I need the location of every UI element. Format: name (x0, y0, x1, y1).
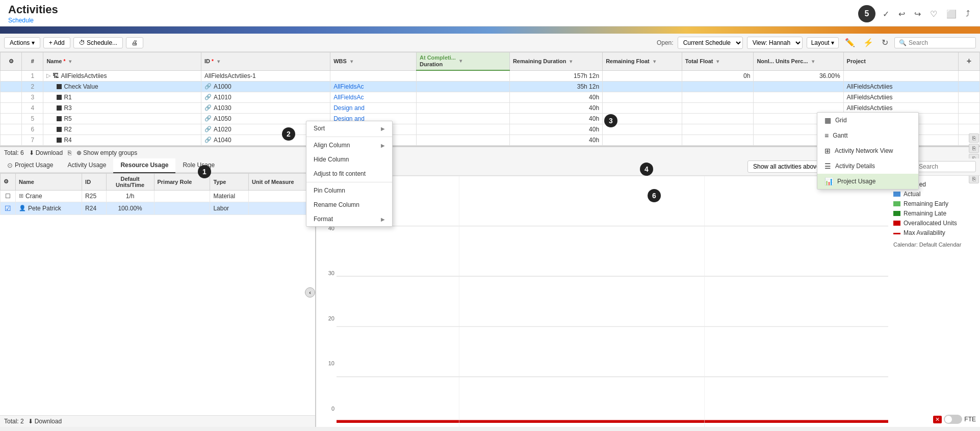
heart-button[interactable]: ♡ (928, 7, 939, 21)
usage-cb-cell[interactable]: ☑ (1, 202, 16, 214)
context-menu-item-sort[interactable]: Sort▶ (306, 121, 392, 136)
view-menu-item-activity-details[interactable]: ☰Activity Details (817, 158, 918, 174)
redo-button[interactable]: ↪ (912, 7, 923, 21)
usage-tab-role-usage[interactable]: Role Usage (175, 158, 222, 173)
pen-tool-icon[interactable]: ✏️ (843, 36, 857, 49)
nonl-sort-icon[interactable]: ▾ (812, 59, 814, 64)
row-id: A1000 (214, 83, 231, 90)
row-link-icon[interactable]: 🔗 (204, 83, 212, 90)
id-sort-icon[interactable]: ▾ (217, 59, 220, 64)
wbs-col-header[interactable]: WBS ▾ (330, 52, 417, 71)
usage-cb-cell[interactable]: ☐ (1, 190, 16, 202)
show-empty-groups-button[interactable]: ⊕ Show empty groups (76, 149, 137, 156)
nonl-units-col-header[interactable]: Nonl... Units Perc... ▾ (754, 52, 843, 71)
step-circle-button[interactable]: 5 (858, 5, 875, 22)
fte-switch[interactable] (944, 415, 962, 424)
legend-remaining-early: Remaining Early (893, 200, 975, 207)
copy-icon-1[interactable]: ⎘ (969, 133, 979, 143)
row-rem-dur-cell: 35h 12n (509, 81, 602, 92)
filter-icon[interactable]: ⚡ (861, 36, 875, 49)
row-total-float-cell (682, 113, 754, 124)
collapse-panel-button[interactable]: ‹ (305, 287, 315, 298)
wbs-link[interactable]: AllFieldsAc (333, 94, 364, 101)
row-link-icon[interactable]: 🔗 (204, 104, 212, 111)
checkbox-unchecked[interactable]: ☐ (5, 193, 11, 200)
at-completion-sort-icon[interactable]: ▾ (459, 58, 462, 64)
context-menu-item-adjust-to-fit-content[interactable]: Adjust to fit content (306, 167, 392, 181)
total-float-col-header[interactable]: Total Float ▾ (682, 52, 754, 71)
view-menu-item-gantt[interactable]: ≡Gantt (817, 128, 918, 143)
view-select[interactable]: View: Hannah (747, 37, 803, 49)
layout-button[interactable]: Layout ▾ (807, 37, 839, 48)
usage-table-row[interactable]: ☐ ⊞Crane R25 1/h Material (1, 190, 315, 202)
download-button[interactable]: ⬇ Download (29, 149, 63, 156)
view-menu-label: Gantt (833, 132, 847, 139)
table-row[interactable]: 2 Check Value 🔗 A1000 AllFieldsAc 35h 12… (1, 81, 980, 92)
row-at-comp-cell (417, 92, 510, 102)
row-extra-cell (958, 102, 979, 113)
remaining-duration-col-header[interactable]: Remaining Duration ▾ (509, 52, 602, 71)
add-col-header[interactable]: + (958, 52, 979, 71)
add-button[interactable]: + Add (43, 37, 70, 48)
context-menu-item-align-column[interactable]: Align Column▶ (306, 138, 392, 152)
refresh-icon[interactable]: ↻ (880, 36, 890, 49)
context-menu-item-pin-column[interactable]: Pin Column (306, 183, 392, 198)
monitor-button[interactable]: ⬜ (944, 7, 959, 21)
view-menu-item-activity-network-view[interactable]: ⊞Activity Network View (817, 143, 918, 158)
copy-table-button[interactable]: ⎘ (68, 149, 71, 156)
usage-tab-activity-usage[interactable]: Activity Usage (60, 158, 113, 173)
row-name: R3 (64, 104, 71, 112)
overallocated-label: Overallocated Units (904, 220, 957, 227)
row-link-icon[interactable]: 🔗 (204, 126, 212, 132)
check-button[interactable]: ✓ (881, 7, 891, 21)
rem-float-sort-icon[interactable]: ▾ (653, 59, 656, 64)
name-col-header[interactable]: Name * ▾ (43, 52, 201, 71)
undo-button[interactable]: ↩ (896, 7, 907, 21)
checkbox-checked[interactable]: ☑ (5, 204, 11, 212)
row-link-icon[interactable]: 🔗 (204, 115, 212, 122)
name-required-star: * (63, 59, 65, 64)
usage-tab-resource-usage[interactable]: Resource Usage (113, 158, 175, 173)
view-menu-item-grid[interactable]: ▦Grid (817, 113, 918, 128)
context-menu-item-format[interactable]: Format▶ (306, 212, 392, 226)
view-menu-label: Project Usage (837, 178, 875, 185)
name-sort-icon[interactable]: ▾ (69, 59, 71, 64)
row-rem-dur-cell: 40h (509, 113, 602, 124)
settings-col-header[interactable]: ⚙ (1, 52, 22, 71)
usage-tab-project-usage[interactable]: ⊙Project Usage (0, 158, 60, 173)
fte-toggle[interactable]: ✕ FTE (933, 415, 976, 424)
context-menu-item-rename-column[interactable]: Rename Column (306, 198, 392, 212)
view-menu-item-project-usage[interactable]: 📊Project Usage (817, 174, 918, 189)
activity-icon (57, 138, 62, 143)
row-extra-cell (958, 92, 979, 102)
table-row[interactable]: 1 ▷🏗AllFieldsActvtiies AllFieldsActvtiie… (1, 70, 980, 81)
wbs-link[interactable]: Design and (333, 104, 365, 112)
project-col-header[interactable]: Project (843, 52, 958, 71)
total-float-sort-icon[interactable]: ▾ (716, 59, 719, 64)
row-project-cell: AllFieldsActvtiies (843, 92, 958, 102)
at-completion-col-header[interactable]: At Completi... Duration ▾ (417, 52, 510, 71)
search-input[interactable] (909, 39, 970, 46)
id-col-header[interactable]: ID * ▾ (201, 52, 330, 71)
current-schedule-select[interactable]: Current Schedule (678, 37, 743, 49)
actions-button[interactable]: Actions ▾ (4, 37, 40, 48)
rem-dur-sort-icon[interactable]: ▾ (570, 59, 572, 64)
usage-uom-cell (249, 202, 315, 214)
copy-icon-2[interactable]: ⎘ (969, 144, 979, 153)
row-num-cell: 3 (22, 92, 43, 102)
share-button[interactable]: ⤴ (964, 7, 972, 20)
remaining-float-col-header[interactable]: Remaining Float ▾ (603, 52, 682, 71)
row-link-icon[interactable]: 🔗 (204, 137, 212, 143)
schedule-button[interactable]: ⏱ Schedule... (73, 37, 123, 48)
chart-search-input[interactable] (919, 163, 970, 170)
usage-download-button[interactable]: ⬇ Download (28, 418, 62, 425)
wbs-sort-icon[interactable]: ▾ (350, 59, 353, 64)
wbs-link[interactable]: AllFieldsAc (333, 83, 364, 90)
table-row[interactable]: 3 R1 🔗 A1010 AllFieldsAc 40h AllFieldsAc… (1, 92, 980, 102)
usage-table-row[interactable]: ☑ 👤Pete Patrick R24 100.00% Labor (1, 202, 315, 214)
expand-icon[interactable]: ▷ (46, 72, 50, 79)
print-button[interactable]: 🖨 (126, 37, 143, 48)
context-menu-item-hide-column[interactable]: Hide Column (306, 152, 392, 167)
row-link-icon[interactable]: 🔗 (204, 94, 212, 100)
search-box[interactable]: 🔍 (894, 37, 976, 48)
